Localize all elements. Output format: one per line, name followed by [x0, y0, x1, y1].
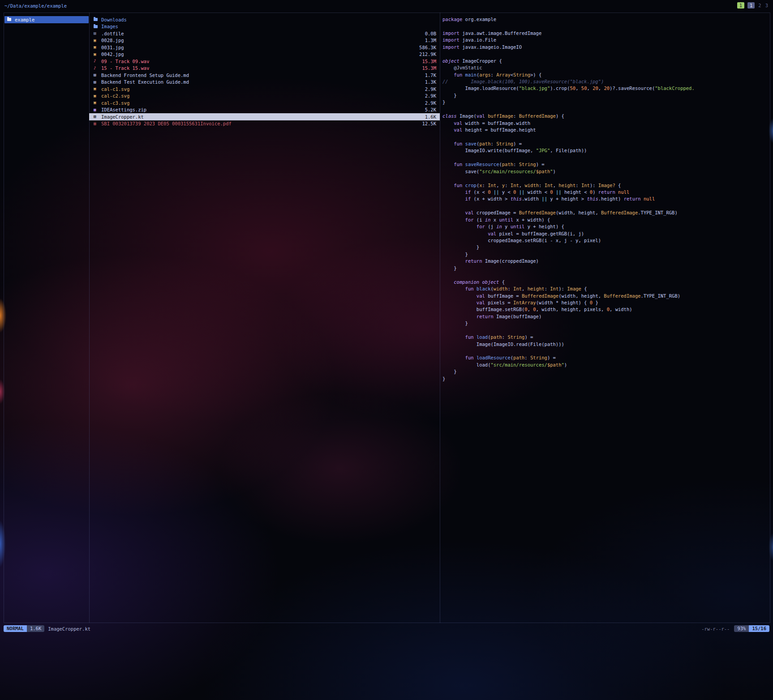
- file-row[interactable]: Images: [89, 23, 440, 30]
- code-line: fun main(args: Array<String>) {: [442, 72, 768, 78]
- code-line: val pixels = IntArray(width * height) { …: [442, 299, 768, 306]
- code-line: if (x + width > this.width || y + height…: [442, 196, 768, 202]
- file-size-badge: 1.6K: [27, 625, 44, 632]
- file-size: 212.9K: [415, 51, 436, 57]
- code-line: }: [442, 265, 768, 272]
- file-row[interactable]: ▥SBI_0032013739_2023_DE05_0003155631Invo…: [89, 120, 440, 128]
- breadcrumb-path: ~/Data/example/example: [4, 3, 67, 9]
- folder-icon: [94, 18, 98, 21]
- file-name: .dotfile: [101, 31, 124, 36]
- code-line: }: [442, 244, 768, 251]
- file-name: cal-c1.svg: [101, 86, 129, 92]
- file-row[interactable]: ▤Backend_Test_Execution_Guide.md1.3K: [89, 79, 440, 86]
- file-name: 0031.jpg: [101, 45, 124, 50]
- tab-3[interactable]: 2: [758, 2, 761, 9]
- file-row[interactable]: ▦IDEAsettings.zip5.2K: [89, 107, 440, 114]
- file-size: 1.7K: [421, 73, 436, 78]
- code-line: load("src/main/resources/$path"): [442, 362, 768, 368]
- tab-2[interactable]: 1: [747, 2, 755, 9]
- code-line: return Image(buffImage): [442, 313, 768, 320]
- code-line: }: [442, 368, 768, 375]
- zip-icon: ▦: [94, 107, 99, 114]
- code-line: val croppedImage = BufferedImage(width, …: [442, 209, 768, 216]
- file-pane: DownloadsImages▤.dotfile0.0B▣0028.jpg1.3…: [89, 13, 440, 623]
- file-row[interactable]: ▤Backend_Frontend_Setup_Guide.md1.7K: [89, 72, 440, 79]
- code-line: Image(ImageIO.read(File(path))): [442, 341, 768, 348]
- file-size: 12.5K: [417, 121, 436, 126]
- file-size: 15.3M: [417, 59, 436, 64]
- file-name: 0028.jpg: [101, 38, 124, 43]
- file-name: 15 - Track 15.wav: [101, 65, 149, 71]
- file-name: SBI_0032013739_2023_DE05_0003155631Invoi…: [101, 121, 232, 126]
- file-row[interactable]: ▣cal-c1.svg2.9K: [89, 85, 440, 93]
- code-line: if (x < 0 || y < 0 || width < 0 || heigh…: [442, 189, 768, 196]
- file-size: 1.3K: [421, 79, 436, 85]
- file-row[interactable]: ▣0042.jpg212.9K: [89, 51, 440, 58]
- file-name: Backend_Test_Execution_Guide.md: [101, 79, 189, 85]
- code-line: fun black(width: Int, height: Int): Imag…: [442, 286, 768, 292]
- code-line: fun save(path: String) =: [442, 141, 768, 147]
- svg-icon: ▣: [94, 99, 99, 107]
- tab-bar: 1123: [737, 2, 769, 9]
- code-line: [442, 348, 768, 354]
- code-line: fun load(path: String) =: [442, 334, 768, 341]
- file-name: 0042.jpg: [101, 51, 124, 57]
- status-filename: ImageCropper.kt: [48, 626, 90, 632]
- file-size: 2.9K: [421, 100, 436, 106]
- mode-badge: NORMAL: [4, 625, 27, 632]
- code-line: package org.example: [442, 16, 768, 23]
- tab-1[interactable]: 1: [737, 2, 744, 9]
- folder-icon: [7, 18, 11, 21]
- file-row[interactable]: ▣cal-c2.svg2.9K: [89, 93, 440, 100]
- code-line: // Image.black(100, 100).saveResource("b…: [442, 78, 768, 85]
- file-row[interactable]: ♪09 - Track 09.wav15.3M: [89, 58, 440, 65]
- file-row[interactable]: ♪15 - Track 15.wav15.3M: [89, 65, 440, 72]
- list-position-badge: 15/16: [749, 625, 769, 632]
- code-line: fun crop(x: Int, y: Int, width: Int, hei…: [442, 182, 768, 189]
- file-name: cal-c2.svg: [101, 93, 129, 98]
- file-row[interactable]: ▧ImageCropper.kt1.6K: [89, 113, 440, 120]
- code-line: import java.io.File: [442, 37, 768, 43]
- code-line: for (j in y until y + height) {: [442, 223, 768, 230]
- parent-pane: example: [4, 13, 90, 623]
- file-row[interactable]: ▤.dotfile0.0B: [89, 30, 440, 37]
- svg-icon: ▣: [94, 93, 99, 100]
- code-line: }: [442, 320, 768, 327]
- file-size: 586.3K: [415, 45, 436, 50]
- file-size: 1.6K: [421, 114, 436, 120]
- code-line: }: [442, 92, 768, 99]
- file-size: 0.0B: [421, 31, 436, 36]
- terminal-file-manager: { "header": { "path": "~/Data/example/ex…: [0, 0, 773, 700]
- file-name: Backend_Frontend_Setup_Guide.md: [101, 73, 189, 78]
- status-bar: NORMAL 1.6K ImageCropper.kt -rw-r--r-- 9…: [0, 625, 773, 632]
- parent-dir-name: example: [15, 17, 34, 22]
- code-line: [442, 272, 768, 278]
- code-line: companion object {: [442, 279, 768, 286]
- file-row[interactable]: ▣0031.jpg586.3K: [89, 44, 440, 51]
- code-line: val pixel = buffImage.getRGB(i, j): [442, 230, 768, 237]
- file-row[interactable]: ▣0028.jpg1.3M: [89, 37, 440, 44]
- code-icon: ▧: [94, 113, 99, 120]
- code-line: save("src/main/resources/$path"): [442, 168, 768, 175]
- code-line: [442, 203, 768, 209]
- code-line: object ImageCropper {: [442, 58, 768, 64]
- code-line: ImageIO.write(buffImage, "JPG", File(pat…: [442, 147, 768, 154]
- code-line: buffImage.setRGB(0, 0, width, height, pi…: [442, 306, 768, 313]
- audio-icon: ♪: [94, 65, 99, 72]
- file-pane-list: DownloadsImages▤.dotfile0.0B▣0028.jpg1.3…: [89, 13, 440, 127]
- file-name: cal-c3.svg: [101, 100, 129, 106]
- preview-code: package org.example import java.awt.imag…: [440, 13, 770, 382]
- doc-icon: ▤: [94, 72, 99, 79]
- file-row[interactable]: Downloads: [89, 16, 440, 23]
- file-row[interactable]: ▣cal-c3.svg2.9K: [89, 99, 440, 107]
- tab-4[interactable]: 3: [765, 2, 769, 9]
- parent-dir-item[interactable]: example: [4, 16, 89, 23]
- image-icon: ▣: [94, 37, 99, 44]
- code-line: fun loadResource(path: String) =: [442, 354, 768, 361]
- file-name: IDEAsettings.zip: [101, 107, 146, 112]
- file-size: 2.9K: [421, 93, 436, 98]
- code-line: val buffImage = BufferedImage(width, hei…: [442, 293, 768, 299]
- file-permissions: -rw-r--r--: [701, 626, 730, 632]
- code-line: }: [442, 99, 768, 106]
- code-line: }: [442, 376, 768, 382]
